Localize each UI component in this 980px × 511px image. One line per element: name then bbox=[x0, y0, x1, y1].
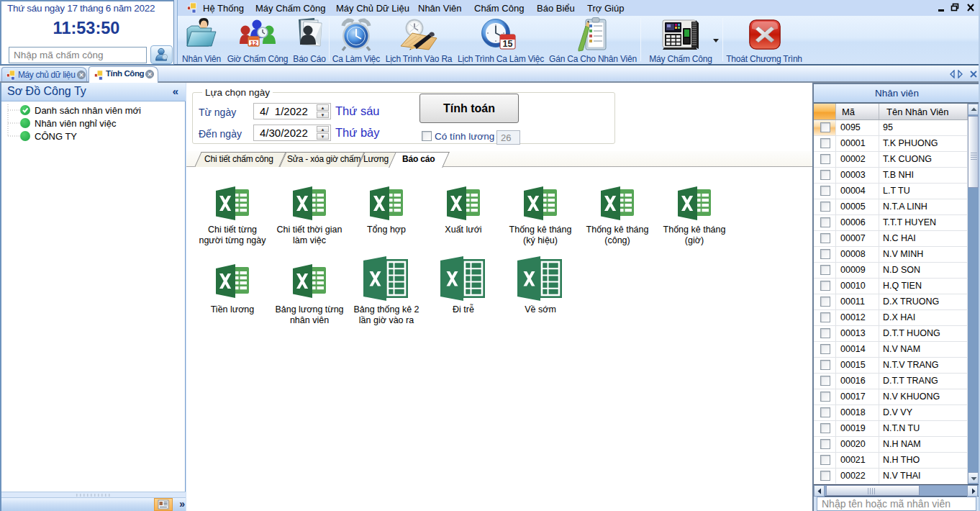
svg-text:15: 15 bbox=[503, 39, 513, 49]
svg-text:12: 12 bbox=[250, 40, 258, 47]
